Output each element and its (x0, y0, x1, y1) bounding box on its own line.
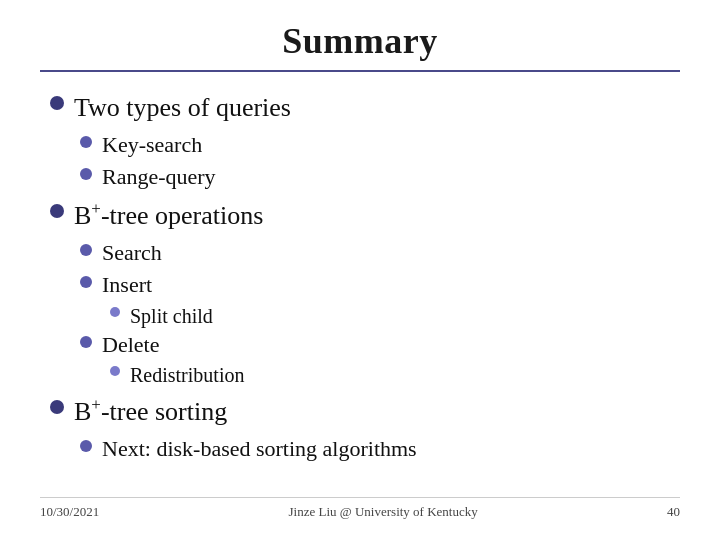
level1-item-2: B+-tree operations (50, 198, 680, 233)
bullet-l1-2 (50, 204, 64, 218)
level2-item-3-1: Next: disk-based sorting algorithms (80, 435, 680, 464)
level2-item-2-3: Delete (80, 331, 680, 360)
bullet-l1-3 (50, 400, 64, 414)
bullet-l2-2-3 (80, 336, 92, 348)
bullet-l2-1-1 (80, 136, 92, 148)
bullet-l2-2-2 (80, 276, 92, 288)
s1c2-label: Range-query (102, 163, 216, 192)
footer-page: 40 (667, 504, 680, 520)
slide: Summary Two types of queries Key-search … (0, 0, 720, 540)
footer-date: 10/30/2021 (40, 504, 99, 520)
bullet-l3-2-2-1 (110, 307, 120, 317)
footer: 10/30/2021 Jinze Liu @ University of Ken… (40, 497, 680, 520)
section-3: B+-tree sorting Next: disk-based sorting… (50, 394, 680, 467)
section2-insert-children: Split child (110, 303, 680, 329)
slide-title: Summary (40, 20, 680, 62)
section3-label: B+-tree sorting (74, 394, 227, 429)
level2-item-2-2: Insert (80, 271, 680, 300)
s1c1-label: Key-search (102, 131, 202, 160)
level2-item-1-1: Key-search (80, 131, 680, 160)
content-area: Two types of queries Key-search Range-qu… (40, 90, 680, 497)
section2-children: Search Insert Split child Dele (80, 239, 680, 388)
section-1: Two types of queries Key-search Range-qu… (50, 90, 680, 194)
s2c3a-label: Redistribution (130, 362, 244, 388)
section2-delete-children: Redistribution (110, 362, 680, 388)
level2-item-2-1: Search (80, 239, 680, 268)
s2c3-label: Delete (102, 331, 159, 360)
section1-label: Two types of queries (74, 90, 291, 125)
level2-item-1-2: Range-query (80, 163, 680, 192)
s2c2-label: Insert (102, 271, 152, 300)
section2-label: B+-tree operations (74, 198, 263, 233)
level3-item-2-3-1: Redistribution (110, 362, 680, 388)
level1-item-3: B+-tree sorting (50, 394, 680, 429)
s3c1-label: Next: disk-based sorting algorithms (102, 435, 417, 464)
section3-children: Next: disk-based sorting algorithms (80, 435, 680, 464)
bullet-l2-2-1 (80, 244, 92, 256)
level3-item-2-2-1: Split child (110, 303, 680, 329)
bullet-l2-3-1 (80, 440, 92, 452)
footer-attribution: Jinze Liu @ University of Kentucky (288, 504, 477, 520)
section1-children: Key-search Range-query (80, 131, 680, 191)
s2c2a-label: Split child (130, 303, 213, 329)
level1-item-1: Two types of queries (50, 90, 680, 125)
s2c1-label: Search (102, 239, 162, 268)
bullet-l2-1-2 (80, 168, 92, 180)
title-area: Summary (40, 20, 680, 72)
bullet-l3-2-3-1 (110, 366, 120, 376)
section-2: B+-tree operations Search Insert Spl (50, 198, 680, 390)
bullet-l1-1 (50, 96, 64, 110)
